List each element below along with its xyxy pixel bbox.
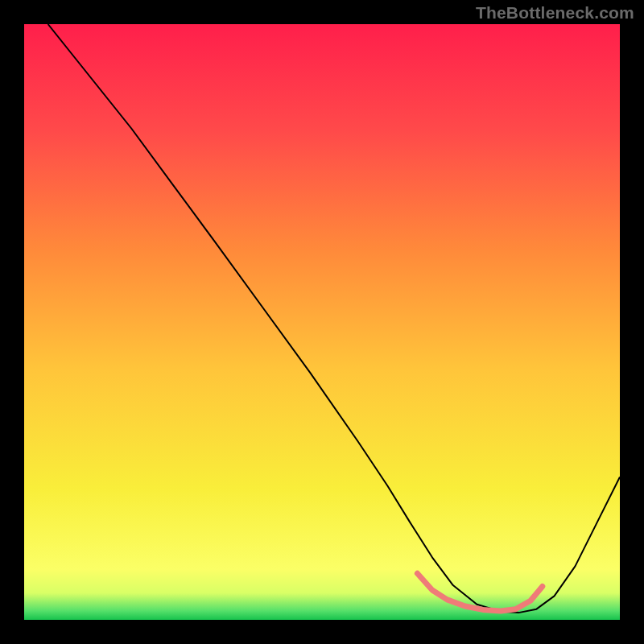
watermark-label: TheBottleneck.com [476, 3, 634, 23]
gradient-background [24, 24, 620, 620]
chart-svg [0, 0, 644, 644]
chart-container: { "watermark": "TheBottleneck.com", "cha… [0, 0, 644, 644]
